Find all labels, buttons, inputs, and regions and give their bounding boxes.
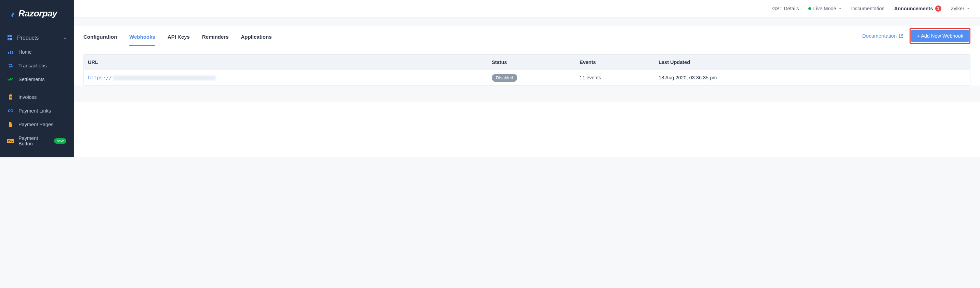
sidebar-item-label: Home xyxy=(19,49,32,55)
sidebar-item-transactions[interactable]: Transactions xyxy=(0,59,74,73)
bar-chart-icon xyxy=(8,49,14,55)
column-header-events: Events xyxy=(579,59,659,65)
sidebar-item-label: Invoices xyxy=(19,94,37,100)
topbar-mode-switch[interactable]: Live Mode xyxy=(808,6,842,11)
sidebar-item-label: Payment Pages xyxy=(19,122,53,127)
svg-rect-6 xyxy=(10,97,12,97)
add-new-webhook-button[interactable]: + Add New Webhook xyxy=(911,30,969,42)
sidebar-item-label: Transactions xyxy=(19,63,46,68)
add-webhook-highlight: + Add New Webhook xyxy=(910,28,970,44)
webhooks-table: URL Status Events Last Updated https:// … xyxy=(83,54,970,86)
topbar: GST Details Live Mode Documentation Anno… xyxy=(74,0,980,18)
svg-rect-5 xyxy=(10,96,12,97)
sidebar-item-payment-links[interactable]: Payment Links xyxy=(0,104,74,118)
topbar-announcements[interactable]: Announcements 1 xyxy=(894,5,941,12)
table-row[interactable]: https:// Disabled 11 events 18 Aug 2020,… xyxy=(84,70,970,85)
external-link-icon xyxy=(899,33,904,38)
svg-rect-0 xyxy=(8,52,9,54)
cell-last-updated: 18 Aug 2020, 03:36:35 pm xyxy=(659,75,966,80)
chevron-down-icon xyxy=(839,8,842,9)
cell-status: Disabled xyxy=(492,75,579,80)
sidebar-item-label: Settlements xyxy=(19,76,45,82)
documentation-link[interactable]: Documentation xyxy=(862,33,904,39)
clipboard-icon xyxy=(8,94,14,100)
razorpay-logo-icon xyxy=(10,10,17,18)
column-header-status: Status xyxy=(492,59,579,65)
tab-api-keys[interactable]: API Keys xyxy=(167,25,190,46)
link-icon xyxy=(8,108,14,113)
sidebar-item-label: Payment Links xyxy=(19,108,51,113)
svg-rect-4 xyxy=(10,94,12,95)
cell-url: https:// xyxy=(88,75,492,80)
column-header-url: URL xyxy=(88,59,492,65)
sidebar-item-payment-pages[interactable]: Payment Pages xyxy=(0,118,74,131)
sidebar-item-home[interactable]: Home xyxy=(0,45,74,59)
tab-webhooks[interactable]: Webhooks xyxy=(129,25,155,46)
pay-badge-icon: Pay xyxy=(8,138,14,144)
url-scheme: https:// xyxy=(88,75,112,80)
new-badge: new xyxy=(54,138,66,144)
sidebar-item-payment-button[interactable]: Pay Payment Button new xyxy=(0,131,74,151)
sidebar: Razorpay Products Home Transactions Sett… xyxy=(0,0,74,158)
tab-applications[interactable]: Applications xyxy=(241,25,272,46)
sidebar-divider xyxy=(8,25,66,25)
svg-rect-1 xyxy=(10,51,11,54)
topbar-documentation[interactable]: Documentation xyxy=(851,6,885,11)
logo[interactable]: Razorpay xyxy=(0,0,74,25)
url-redacted xyxy=(113,76,216,80)
page-icon xyxy=(8,122,14,127)
table-header-row: URL Status Events Last Updated xyxy=(84,55,970,70)
status-badge: Disabled xyxy=(492,74,517,82)
cell-events: 11 events xyxy=(579,75,659,80)
check-double-icon xyxy=(8,76,14,82)
column-header-last-updated: Last Updated xyxy=(659,59,966,65)
sidebar-section-label: Products xyxy=(17,35,39,41)
sidebar-item-invoices[interactable]: Invoices xyxy=(0,90,74,104)
chevron-up-icon xyxy=(64,37,66,39)
topbar-gst-details[interactable]: GST Details xyxy=(772,6,799,11)
tab-reminders[interactable]: Reminders xyxy=(202,25,229,46)
status-dot-icon xyxy=(808,7,811,10)
exchange-icon xyxy=(8,63,14,68)
announcement-count-badge: 1 xyxy=(935,5,941,12)
sidebar-section-products[interactable]: Products xyxy=(0,31,74,45)
brand-name: Razorpay xyxy=(19,8,57,19)
grid-icon xyxy=(8,35,13,41)
tab-configuration[interactable]: Configuration xyxy=(83,25,117,46)
svg-rect-2 xyxy=(12,51,13,54)
sidebar-item-settlements[interactable]: Settlements xyxy=(0,73,74,86)
tabs-row: Configuration Webhooks API Keys Reminder… xyxy=(74,25,980,46)
topbar-account-menu[interactable]: Zylker xyxy=(951,6,970,11)
main-content: GST Details Live Mode Documentation Anno… xyxy=(74,0,980,158)
chevron-down-icon xyxy=(967,8,970,9)
sidebar-item-label: Payment Button xyxy=(19,135,48,146)
